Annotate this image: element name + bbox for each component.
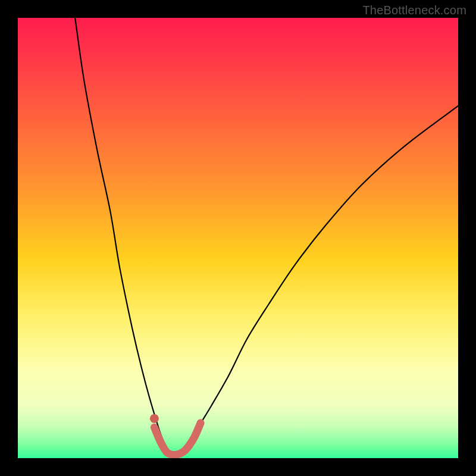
curve-layer [18, 18, 458, 458]
highlight-band [154, 423, 201, 455]
highlight-dot-icon [150, 414, 159, 423]
bottleneck-curve [75, 18, 458, 455]
plot-area [18, 18, 458, 458]
watermark-text: TheBottleneck.com [362, 4, 466, 17]
chart-frame: TheBottleneck.com [0, 0, 476, 476]
